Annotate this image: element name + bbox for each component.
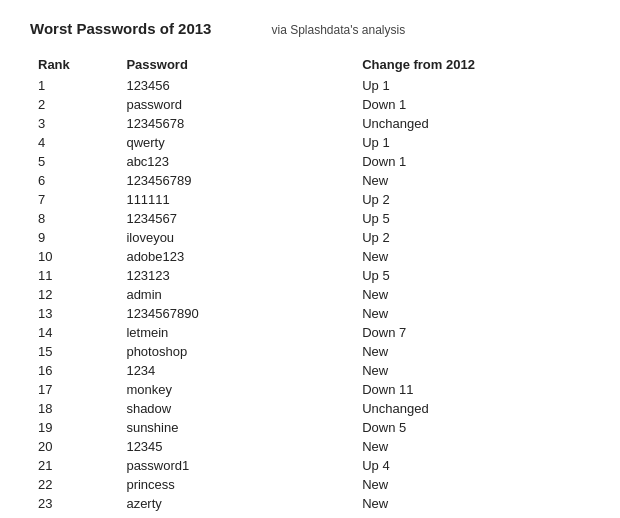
cell-change: New [354,361,590,380]
table-row: 24trustno1Down 12 [30,513,590,518]
cell-password: 12345 [118,437,354,456]
cell-change: New [354,304,590,323]
table-row: 9iloveyouUp 2 [30,228,590,247]
table-row: 12adminNew [30,285,590,304]
table-row: 19sunshineDown 5 [30,418,590,437]
table-row: 15photoshopNew [30,342,590,361]
cell-password: 1234 [118,361,354,380]
table-row: 6123456789New [30,171,590,190]
table-row: 21password1Up 4 [30,456,590,475]
cell-change: Down 11 [354,380,590,399]
col-header-change: Change from 2012 [354,53,590,76]
cell-change: New [354,494,590,513]
cell-change: Unchanged [354,114,590,133]
cell-password: admin [118,285,354,304]
cell-rank: 6 [30,171,118,190]
cell-rank: 3 [30,114,118,133]
cell-rank: 19 [30,418,118,437]
table-row: 2012345New [30,437,590,456]
cell-rank: 5 [30,152,118,171]
col-header-password: Password [118,53,354,76]
cell-password: sunshine [118,418,354,437]
table-row: 5abc123Down 1 [30,152,590,171]
cell-rank: 21 [30,456,118,475]
cell-rank: 13 [30,304,118,323]
cell-password: photoshop [118,342,354,361]
cell-password: abc123 [118,152,354,171]
table-row: 312345678Unchanged [30,114,590,133]
table-row: 131234567890New [30,304,590,323]
cell-change: Up 4 [354,456,590,475]
source-attribution: via Splashdata's analysis [271,23,405,37]
cell-rank: 15 [30,342,118,361]
cell-change: New [354,475,590,494]
col-header-rank: Rank [30,53,118,76]
cell-password: 1234567 [118,209,354,228]
cell-change: Down 12 [354,513,590,518]
cell-password: letmein [118,323,354,342]
cell-password: princess [118,475,354,494]
cell-password: shadow [118,399,354,418]
cell-password: monkey [118,380,354,399]
cell-change: New [354,342,590,361]
cell-rank: 22 [30,475,118,494]
cell-change: New [354,247,590,266]
cell-change: New [354,171,590,190]
page-header: Worst Passwords of 2013 via Splashdata's… [30,20,590,37]
cell-change: New [354,285,590,304]
table-row: 22princessNew [30,475,590,494]
cell-rank: 16 [30,361,118,380]
cell-password: adobe123 [118,247,354,266]
cell-rank: 7 [30,190,118,209]
cell-password: azerty [118,494,354,513]
cell-change: New [354,437,590,456]
table-row: 18shadowUnchanged [30,399,590,418]
cell-password: 12345678 [118,114,354,133]
cell-change: Down 1 [354,95,590,114]
table-header-row: Rank Password Change from 2012 [30,53,590,76]
cell-rank: 9 [30,228,118,247]
cell-rank: 1 [30,76,118,95]
cell-change: Up 1 [354,76,590,95]
cell-change: Up 5 [354,209,590,228]
cell-password: iloveyou [118,228,354,247]
table-row: 23azertyNew [30,494,590,513]
table-row: 4qwertyUp 1 [30,133,590,152]
table-row: 81234567Up 5 [30,209,590,228]
table-row: 17monkeyDown 11 [30,380,590,399]
cell-password: 123123 [118,266,354,285]
table-row: 11123123Up 5 [30,266,590,285]
table-row: 2passwordDown 1 [30,95,590,114]
cell-rank: 20 [30,437,118,456]
cell-rank: 4 [30,133,118,152]
cell-rank: 12 [30,285,118,304]
cell-change: Down 7 [354,323,590,342]
table-row: 1123456Up 1 [30,76,590,95]
table-row: 14letmeinDown 7 [30,323,590,342]
cell-rank: 10 [30,247,118,266]
page-title: Worst Passwords of 2013 [30,20,211,37]
cell-rank: 11 [30,266,118,285]
cell-rank: 14 [30,323,118,342]
cell-rank: 23 [30,494,118,513]
table-row: 161234New [30,361,590,380]
cell-rank: 8 [30,209,118,228]
cell-rank: 24 [30,513,118,518]
cell-password: 111111 [118,190,354,209]
cell-rank: 2 [30,95,118,114]
cell-change: Up 5 [354,266,590,285]
cell-password: password1 [118,456,354,475]
cell-password: 1234567890 [118,304,354,323]
cell-rank: 17 [30,380,118,399]
cell-password: 123456789 [118,171,354,190]
passwords-table: Rank Password Change from 2012 1123456Up… [30,53,590,518]
cell-change: Up 1 [354,133,590,152]
cell-password: qwerty [118,133,354,152]
cell-password: trustno1 [118,513,354,518]
cell-password: 123456 [118,76,354,95]
cell-change: Down 5 [354,418,590,437]
cell-change: Unchanged [354,399,590,418]
cell-password: password [118,95,354,114]
cell-change: Up 2 [354,190,590,209]
cell-change: Up 2 [354,228,590,247]
